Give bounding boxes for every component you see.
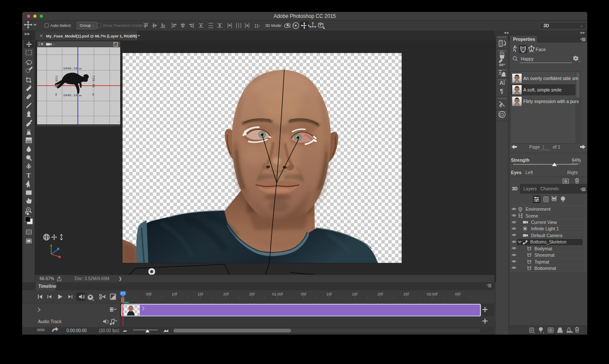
svg-text:01:00f: 01:00f [272,292,283,296]
svg-text:Default Camera: Default Camera [531,233,563,238]
svg-text:Channels: Channels [540,186,559,191]
svg-text:Layers: Layers [523,186,537,191]
svg-text:Scene: Scene [525,213,538,218]
svg-text:Bodymat: Bodymat [534,246,552,251]
svg-text:of 1: of 1 [553,144,560,149]
svg-text:Current View: Current View [531,220,557,225]
svg-text:05f: 05f [146,292,152,296]
svg-text:Strength: Strength [511,158,529,163]
svg-text:Face: Face [536,47,546,52]
svg-text:Auto-Select:: Auto-Select: [50,23,71,28]
svg-text:Audio Track: Audio Track [38,319,62,324]
svg-text:1: 1 [542,144,545,149]
svg-text:25f: 25f [249,292,255,296]
svg-text:Page: Page [529,144,540,149]
svg-text:Bottommat: Bottommat [534,266,556,271]
svg-text:05f: 05f [455,292,461,296]
svg-text:Left: Left [525,170,533,175]
svg-text:Flirty expression with a purs: Flirty expression with a purs [523,99,579,104]
svg-text:1048.19: 1048.19 [63,93,78,97]
svg-text:(30.00 fps): (30.00 fps) [99,328,119,333]
svg-text:mm: mm [55,93,58,96]
svg-text:Right: Right [567,170,578,175]
svg-text:Timeline: Timeline [38,284,57,289]
svg-text:02:00f: 02:00f [427,292,438,296]
svg-text:20f: 20f [378,292,383,296]
svg-text:mm: mm [92,93,95,96]
svg-text:64%: 64% [572,158,581,163]
svg-text:1048.19: 1048.19 [63,66,78,70]
svg-text:mm: mm [79,94,82,97]
svg-text:Shoesmat: Shoesmat [534,252,554,258]
svg-text:¶: ¶ [500,88,503,95]
svg-text:25f: 25f [404,292,409,296]
svg-text:3D Mode:: 3D Mode: [265,23,282,28]
svg-text:10f: 10f [326,292,332,296]
svg-text:Eyes: Eyes [511,170,522,175]
svg-text:An overly confident side sm: An overly confident side sm [523,76,578,81]
svg-text:05f: 05f [301,292,306,296]
svg-text:Happy: Happy [521,56,534,61]
svg-text:A: A [499,80,504,86]
svg-text:Properties: Properties [513,37,535,42]
svg-text:A soft, simple smile: A soft, simple smile [523,87,562,92]
svg-text:15f: 15f [198,292,203,296]
svg-text:Topmat: Topmat [534,259,549,264]
svg-text:739.46: 739.46 [92,75,95,88]
svg-text:T: T [26,172,31,179]
svg-text:15f: 15f [352,292,358,296]
svg-text:Show Transform Controls: Show Transform Controls [103,23,147,28]
svg-text:mm: mm [79,67,82,70]
svg-text:Bottoms_Skeleton: Bottoms_Skeleton [530,239,566,244]
svg-text:10f: 10f [172,292,177,296]
svg-text:739.46: 739.46 [55,75,58,88]
svg-text:3D: 3D [512,186,518,191]
svg-text:0:00:00:00: 0:00:00:00 [66,328,87,333]
svg-text:20f: 20f [223,292,229,296]
svg-text:Infinite Light 1: Infinite Light 1 [531,226,559,231]
svg-text:Environment: Environment [525,206,551,212]
